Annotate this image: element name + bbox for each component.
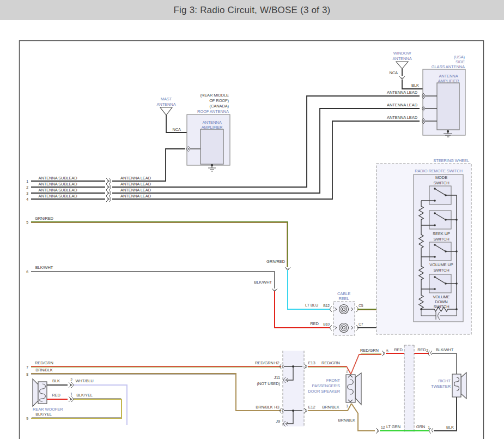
glass-usa-label: (USA)	[454, 55, 465, 59]
e13-connector-icon	[304, 364, 307, 369]
steering-wheel-label: STEERING WHEEL	[433, 158, 469, 163]
row-1-sublead-label: ANTENNA SUBLEAD	[38, 176, 77, 181]
pin-c5-label: C5	[359, 304, 363, 308]
connector-strip-1-shape	[292, 410, 294, 412]
row-8-label: BRN/BLK	[35, 368, 52, 372]
row-1-connector-icon	[106, 178, 111, 184]
row-2-number: 2	[26, 185, 28, 189]
pin-12-label: 12	[381, 425, 385, 429]
mast-nca-label: NCA	[172, 127, 181, 132]
row-3-sublead-label: ANTENNA SUBLEAD	[38, 188, 77, 193]
mode-switch-label-2: SWITCH	[434, 181, 450, 185]
glass-amp-label: ANTENNA	[439, 74, 458, 79]
row-6-wire	[31, 272, 275, 288]
roof-note-2: OF ROOF)	[209, 98, 229, 103]
wiring-diagram: MAST ANTENNA NCA (REAR MIDDLE OF ROOF) (…	[0, 20, 504, 439]
blk-wht-label: BLK/WHT	[436, 347, 454, 352]
speaker-brn-blk-down-wire	[351, 404, 375, 431]
woofer-blk-yel-label: BLK/YEL	[76, 393, 93, 398]
roof-note-3: (CANADA)	[210, 104, 229, 109]
mast-antenna-label-2: ANTENNA	[156, 102, 175, 107]
woofer-pin1-connector-icon	[69, 396, 74, 402]
window-blk-label: BLK	[411, 83, 419, 88]
seek-up-label-2: SWITCH	[434, 237, 450, 242]
steering-wheel-remote-switch-shape	[434, 200, 436, 202]
pin-b12-label: B12	[323, 304, 330, 308]
row-2-connector-icon	[106, 184, 111, 190]
steering-wheel-remote-switch-shape	[434, 276, 436, 278]
tweeter-name-2: TWEETER	[431, 384, 451, 389]
steering-wheel-remote-switch-shape	[434, 288, 436, 290]
row-6-label: BLK/WHT	[35, 265, 53, 270]
grn-label: GRN	[416, 424, 425, 429]
roof-note-1: (REAR MIDDLE	[200, 93, 229, 98]
cable-reel-label: CABLE	[337, 291, 350, 296]
row-5-label: GRN/RED	[35, 216, 54, 221]
roof-antenna-amplifier: (REAR MIDDLE OF ROOF) (CANADA) ROOF ANTE…	[187, 93, 230, 171]
red-label: RED	[310, 321, 319, 326]
steering-wheel-remote-switch-shape	[434, 212, 436, 214]
speaker-pin2: 2	[346, 369, 348, 373]
radio-remote-switch-label: RADIO REMOTE SWITCH	[415, 169, 463, 173]
antenna-lead-label-2: ANTENNA LEAD	[387, 103, 418, 107]
row-3-lead-label: ANTENNA LEAD	[120, 188, 151, 193]
speaker-pin1: 1	[346, 404, 348, 408]
woofer-pin1: 1	[70, 392, 72, 396]
roof-amp-inner-box	[201, 129, 223, 164]
row-5-wire-stripe	[31, 222, 287, 267]
row-7-label: RED/GRN	[35, 360, 53, 365]
steering-wheel-remote-switch-shape	[434, 256, 436, 258]
bottom-wire-rows: BRN/BLK 12 LT GRN GRN 1 BLK	[338, 397, 457, 434]
steering-wheel-remote-switch-shape	[445, 282, 447, 285]
steering-wheel-remote-switch-shape	[456, 282, 458, 285]
pin-2-label: 2	[426, 348, 428, 352]
h2-pin-label: H2	[274, 360, 279, 365]
glass-antenna-name: GLASS ANTENNA	[432, 64, 465, 69]
bottom-brn-blk-label: BRN/BLK	[338, 418, 355, 423]
steering-wheel-remote-switch-shape	[434, 188, 436, 190]
row-2-sublead-label: ANTENNA SUBLEAD	[38, 182, 77, 187]
j11-not-used-label: (NOT USED)	[257, 381, 280, 386]
connector-12-icon	[376, 428, 379, 434]
steering-wheel-remote-switch: STEERING WHEEL RADIO REMOTE SWITCH MODE …	[377, 158, 471, 334]
steering-wheel-remote-switch-shape	[445, 250, 447, 252]
mast-antenna-label: MAST	[161, 97, 172, 101]
roof-amp-label: ANTENNA	[202, 120, 221, 125]
volume-down-label-2: DOWN	[435, 299, 447, 304]
e13-red-grn-wire	[308, 366, 351, 374]
front-passenger-door-speaker: 2 1 FRONT PASSENGER'S DOOR SPEAKER	[308, 369, 361, 408]
mast-antenna-icon	[160, 107, 172, 115]
speaker-red-grn-up-wire	[351, 354, 381, 374]
wht-blu-wire	[74, 385, 127, 425]
row-4-lead-label: ANTENNA LEAD	[120, 194, 151, 199]
mode-switch-label: MODE	[435, 175, 447, 180]
row-9-label: BLK/YEL	[35, 412, 52, 417]
h3-pin-label: H3	[274, 405, 279, 410]
figure-title-bar: Fig 3: Radio Circuit, W/BOSE (3 of 3)	[0, 0, 504, 20]
connector-strip-1-shape	[292, 365, 294, 368]
e13-pin-label: E13	[308, 360, 315, 365]
steering-wheel-remote-switch-shape	[456, 308, 458, 310]
row-8-number: 8	[26, 372, 28, 376]
window-antenna-label: WINDOW	[393, 51, 411, 56]
steering-wheel-remote-switch-shape	[456, 250, 458, 252]
h3-wire-label: BRN/BLK	[256, 405, 272, 410]
j11-label: J11	[274, 375, 280, 380]
e13-wire-label: RED/GRN	[321, 360, 340, 365]
glass-side-label: SIDE	[456, 59, 465, 64]
steering-wheel-remote-switch-shape	[434, 224, 436, 226]
red-right-label: RED	[417, 347, 426, 352]
speaker-name-3: DOOR SPEAKER	[308, 389, 340, 394]
pin-1-label: 1	[428, 425, 430, 429]
tweeter-name-1: RIGHT	[438, 378, 451, 383]
woofer-red-label: RED	[52, 393, 60, 398]
cable-reel-label-2: REEL	[338, 296, 349, 301]
blk-wht-tweeter-wire	[432, 353, 457, 374]
rear-woofer-section: REAR WOOFER BLK 2 WHT/BLU RED 1 BLK/YEL …	[26, 378, 127, 425]
volume-up-label: VOLUME UP	[429, 262, 453, 267]
row-5-number: 5	[26, 220, 28, 224]
volume-up-label-2: SWITCH	[434, 268, 450, 273]
cable-reel-box	[333, 302, 355, 335]
row-9-number: 9	[26, 417, 28, 420]
mid-grn-red-label: GRN/RED	[266, 259, 286, 264]
